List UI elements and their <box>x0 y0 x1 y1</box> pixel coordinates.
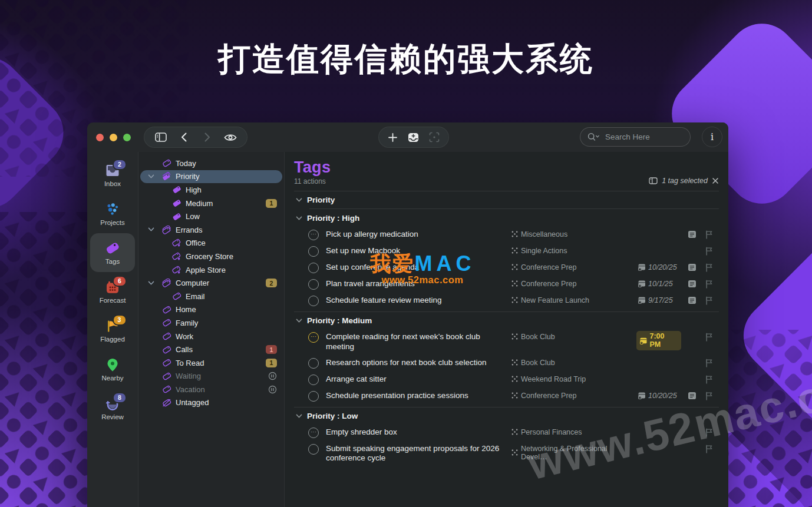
tag-label: Email <box>186 292 205 301</box>
note-cell <box>685 332 699 333</box>
sidebar-toggle-icon[interactable] <box>152 129 170 145</box>
status-circle[interactable]: ··· <box>308 428 319 438</box>
project-name: Conference Prep <box>521 392 577 400</box>
flag-icon <box>705 230 713 239</box>
date-cell: 9/17/25 <box>615 295 681 304</box>
chevron-down-icon[interactable] <box>146 227 156 232</box>
chevron-down-icon[interactable] <box>146 281 156 286</box>
flag-icon <box>705 333 713 342</box>
tag-item-untagged[interactable]: Untagged <box>140 396 282 410</box>
tag-item-home[interactable]: Home <box>140 303 282 317</box>
status-circle[interactable] <box>308 375 319 385</box>
tag-item-priority[interactable]: Priority <box>140 170 282 184</box>
tag-item-today[interactable]: Today <box>140 157 282 170</box>
back-icon[interactable] <box>175 129 193 145</box>
tag-item-errands[interactable]: Errands <box>140 223 282 237</box>
status-circle[interactable] <box>308 391 319 402</box>
tag-item-high[interactable]: High <box>140 183 282 197</box>
review-icon: 8 <box>105 396 120 412</box>
clear-selection-icon[interactable] <box>712 177 719 184</box>
tag-item-office[interactable]: Office <box>140 237 282 250</box>
search-field[interactable] <box>580 127 691 147</box>
tag-outline <box>161 346 172 354</box>
minimize-window-button[interactable] <box>110 134 117 141</box>
tag-item-email[interactable]: Email <box>140 290 282 303</box>
tag-item-to-read[interactable]: To Read 1 <box>140 356 282 370</box>
close-window-button[interactable] <box>96 134 104 141</box>
new-action-icon[interactable] <box>384 129 402 145</box>
tag-filled <box>171 199 182 207</box>
perspective-projects[interactable]: Projects <box>90 194 135 233</box>
group-header[interactable]: Priority : Medium <box>294 312 719 329</box>
task-row[interactable]: Set up new Macbook Single Actions <box>294 243 719 259</box>
tag-outline <box>161 319 172 327</box>
status-circle[interactable]: ··· <box>308 230 319 240</box>
project-icon <box>511 333 518 340</box>
tag-label: Work <box>176 332 193 341</box>
status-circle[interactable] <box>308 296 319 306</box>
tag-filled <box>171 185 182 194</box>
tag-count-badge: 2 <box>266 279 277 287</box>
perspective-tags[interactable]: Tags <box>90 233 135 272</box>
focus-icon[interactable] <box>425 129 443 145</box>
task-title: Schedule presentation practice sessions <box>326 390 508 401</box>
status-circle[interactable] <box>308 358 319 369</box>
tags-outline: Today Priority High Medium 1 Low Errands… <box>138 152 285 507</box>
tag-item-apple-store[interactable]: Apple Store <box>140 263 282 277</box>
project-name: Conference Prep <box>521 280 577 288</box>
tag-item-work[interactable]: Work <box>140 330 282 343</box>
inspector-info-button[interactable]: i <box>702 127 722 147</box>
note-cell <box>685 295 699 304</box>
tag-item-medium[interactable]: Medium 1 <box>140 197 282 210</box>
chevron-down-icon[interactable] <box>146 174 156 179</box>
task-row[interactable]: Plan travel arrangements Conference Prep… <box>294 276 719 292</box>
task-row[interactable]: Set up conference agenda Conference Prep… <box>294 259 719 276</box>
perspective-nearby[interactable]: Nearby <box>90 350 135 389</box>
perspective-review[interactable]: 8 Review <box>90 389 135 428</box>
tag-item-calls[interactable]: Calls 1 <box>140 343 282 356</box>
tag-item-vacation[interactable]: Vacation <box>140 383 282 396</box>
projects-icon <box>106 202 119 217</box>
project-cell: New Feature Launch <box>511 295 612 304</box>
task-row[interactable]: Schedule presentation practice sessions … <box>294 387 719 404</box>
selection-status: 1 tag selected <box>649 177 719 185</box>
note-icon <box>688 296 697 304</box>
add-to-inbox-icon[interactable] <box>405 129 422 145</box>
status-circle[interactable] <box>308 263 319 273</box>
status-circle[interactable] <box>308 279 319 290</box>
perspective-forecast[interactable]: 6 Forecast <box>90 272 135 311</box>
perspective-badge: 2 <box>113 159 127 170</box>
tag-filled-double <box>161 172 172 181</box>
task-title: Empty shredder box <box>326 427 508 438</box>
task-row[interactable]: Arrange cat sitter Weekend Road Trip <box>294 371 719 387</box>
task-row[interactable]: ··· Complete reading for next week’s boo… <box>294 329 719 354</box>
tag-item-computer[interactable]: Computer 2 <box>140 276 282 290</box>
due-date: 10/1/25 <box>648 280 673 288</box>
perspective-flagged[interactable]: 3 Flagged <box>90 311 135 350</box>
date-cell <box>615 357 681 359</box>
zoom-window-button[interactable] <box>123 134 131 141</box>
flag-icon <box>705 263 713 272</box>
tag-item-waiting[interactable]: Waiting <box>140 370 282 383</box>
flag-cell <box>702 357 715 367</box>
tag-item-grocery-store[interactable]: Grocery Store <box>140 250 282 263</box>
tag-item-family[interactable]: Family <box>140 316 282 330</box>
tag-item-low[interactable]: Low <box>140 210 282 223</box>
status-circle[interactable]: ··· <box>308 332 319 343</box>
tag-label: Apple Store <box>186 266 226 274</box>
perspective-inbox[interactable]: 2 Inbox <box>90 155 135 194</box>
view-options-icon[interactable] <box>222 129 239 145</box>
task-row[interactable]: ··· Pick up allergy medication Miscellan… <box>294 226 719 243</box>
tag-outline-double <box>161 226 172 234</box>
group-header[interactable]: Priority <box>294 191 719 208</box>
task-row[interactable]: Schedule feature review meeting New Feat… <box>294 292 719 309</box>
search-input[interactable] <box>604 132 683 142</box>
status-circle[interactable] <box>308 246 319 257</box>
date-cell <box>615 246 681 247</box>
group-priority: Priority <box>294 191 719 209</box>
group-header[interactable]: Priority : High <box>294 210 719 226</box>
forward-icon[interactable] <box>199 129 216 145</box>
task-title: Pick up allergy medication <box>326 229 508 240</box>
status-circle[interactable] <box>308 444 319 455</box>
task-row[interactable]: Research options for next book club sele… <box>294 354 719 371</box>
